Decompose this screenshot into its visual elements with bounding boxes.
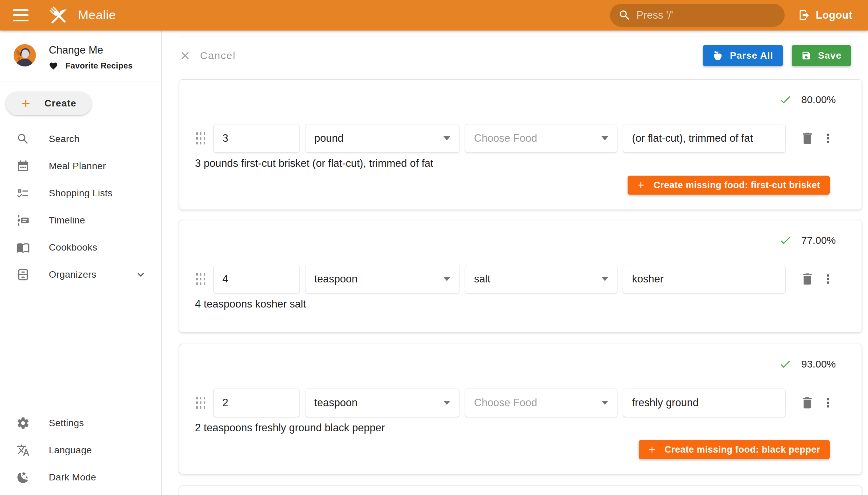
book-open-icon bbox=[16, 241, 30, 254]
drag-handle-icon[interactable] bbox=[195, 270, 206, 289]
ingredient-fields: 3 pound Choose Food (or flat-cut), trimm… bbox=[195, 124, 846, 153]
kebab-icon bbox=[821, 396, 835, 410]
ingredient-card-partial bbox=[179, 485, 862, 495]
food-select[interactable]: salt bbox=[465, 265, 617, 293]
ingredient-menu-button[interactable] bbox=[821, 396, 835, 410]
create-missing-food-button[interactable]: Create missing food: first-cut brisket bbox=[628, 176, 830, 194]
original-ingredient-text: 3 pounds first-cut brisket (or flat-cut)… bbox=[195, 157, 846, 170]
search-placeholder: Press '/' bbox=[636, 9, 673, 21]
ingredient-fields: 2 teaspoon Choose Food freshly ground bbox=[195, 389, 846, 417]
ingredient-card: 93.00% 2 teaspoon Choose Food fr bbox=[179, 344, 862, 474]
unit-select[interactable]: pound bbox=[305, 124, 459, 153]
quantity-input[interactable]: 2 bbox=[213, 389, 300, 417]
cancel-button[interactable]: Cancel bbox=[179, 50, 236, 62]
favorite-recipes-link[interactable]: Favorite Recipes bbox=[49, 61, 133, 70]
ingredient-card: 80.00% 3 pound Choose Food (or f bbox=[179, 79, 862, 210]
original-ingredient-text: 2 teaspoons freshly ground black pepper bbox=[195, 422, 846, 434]
kebab-icon bbox=[821, 272, 835, 286]
unit-select[interactable]: teaspoon bbox=[305, 389, 459, 417]
quantity-input[interactable]: 3 bbox=[213, 124, 300, 153]
delete-ingredient-button[interactable] bbox=[800, 395, 815, 410]
cabinet-icon bbox=[16, 268, 30, 281]
magnify-icon bbox=[16, 132, 30, 146]
parse-all-button[interactable]: Parse All bbox=[703, 45, 783, 66]
sidebar-item-shopping-lists[interactable]: Shopping Lists bbox=[0, 180, 161, 207]
logout-label: Logout bbox=[816, 9, 852, 21]
drag-handle-icon[interactable] bbox=[195, 393, 206, 412]
sidebar-item-settings[interactable]: Settings bbox=[0, 410, 161, 437]
confidence-row: 77.00% bbox=[195, 232, 836, 249]
moon-icon bbox=[16, 471, 30, 484]
note-input[interactable]: kosher bbox=[623, 265, 786, 293]
delete-ingredient-button[interactable] bbox=[800, 131, 815, 146]
plus-icon bbox=[636, 180, 646, 190]
sidebar-nav: Search Meal Planner Shopping Lists bbox=[0, 125, 161, 288]
sidebar-item-timeline[interactable]: Timeline bbox=[0, 207, 161, 234]
plus-icon bbox=[19, 97, 32, 110]
check-icon bbox=[779, 358, 792, 371]
confidence-value: 77.00% bbox=[801, 235, 836, 246]
dropdown-caret-icon bbox=[443, 401, 450, 405]
save-button[interactable]: Save bbox=[792, 45, 851, 66]
user-profile: Change Me Favorite Recipes bbox=[0, 31, 161, 81]
content-top-divider bbox=[179, 37, 862, 37]
mealie-logo-icon bbox=[48, 4, 69, 26]
sidebar-item-meal-planner[interactable]: Meal Planner bbox=[0, 153, 161, 180]
note-input[interactable]: (or flat-cut), trimmed of fat bbox=[623, 124, 786, 153]
logout-button[interactable]: Logout bbox=[796, 9, 854, 22]
sidebar-footer: Settings Language Dark Mode bbox=[0, 410, 161, 495]
delete-ingredient-button[interactable] bbox=[800, 272, 815, 287]
dropdown-caret-icon bbox=[601, 136, 608, 140]
trash-icon bbox=[800, 395, 815, 410]
timeline-icon bbox=[16, 214, 30, 227]
parser-toolbar: Cancel Parse All Save bbox=[179, 45, 862, 66]
sidebar-item-dark-mode[interactable]: Dark Mode bbox=[0, 464, 161, 491]
note-input[interactable]: freshly ground bbox=[623, 389, 786, 417]
sidebar-item-search[interactable]: Search bbox=[0, 125, 161, 153]
sidebar-item-organizers[interactable]: Organizers bbox=[0, 261, 161, 288]
calendar-icon bbox=[16, 159, 30, 173]
ingredient-card: 77.00% 4 teaspoon salt kosher bbox=[179, 220, 862, 332]
favorite-recipes-label: Favorite Recipes bbox=[65, 61, 133, 70]
chevron-down-icon bbox=[134, 268, 147, 281]
dropdown-caret-icon bbox=[601, 401, 608, 405]
main-content: Cancel Parse All Save 80 bbox=[163, 31, 868, 495]
create-button[interactable]: Create bbox=[6, 91, 91, 115]
check-icon bbox=[779, 234, 792, 247]
sidebar: Change Me Favorite Recipes Create S bbox=[0, 31, 162, 495]
apple-icon bbox=[712, 50, 723, 61]
dropdown-caret-icon bbox=[443, 136, 450, 140]
logout-icon bbox=[798, 9, 810, 21]
original-ingredient-text: 4 teaspoons kosher salt bbox=[195, 298, 846, 310]
food-select[interactable]: Choose Food bbox=[465, 124, 617, 153]
trash-icon bbox=[800, 272, 815, 287]
user-name: Change Me bbox=[49, 44, 133, 56]
food-select[interactable]: Choose Food bbox=[465, 389, 617, 417]
menu-icon[interactable] bbox=[13, 9, 29, 21]
sidebar-item-cookbooks[interactable]: Cookbooks bbox=[0, 234, 161, 261]
ingredient-menu-button[interactable] bbox=[821, 131, 835, 146]
close-icon bbox=[179, 50, 191, 62]
quantity-input[interactable]: 4 bbox=[213, 265, 300, 293]
sidebar-item-language[interactable]: Language bbox=[0, 437, 161, 464]
trash-icon bbox=[800, 131, 815, 146]
gear-icon bbox=[16, 416, 30, 430]
app-title: Mealie bbox=[78, 8, 116, 22]
ingredient-menu-button[interactable] bbox=[821, 272, 835, 286]
translate-icon bbox=[16, 443, 30, 457]
app-header: Mealie Press '/' Logout bbox=[0, 0, 868, 31]
confidence-value: 93.00% bbox=[801, 358, 836, 370]
heart-icon bbox=[49, 62, 58, 70]
search-icon bbox=[618, 9, 631, 22]
list-checks-icon bbox=[16, 186, 30, 200]
drag-handle-icon[interactable] bbox=[195, 129, 206, 148]
search-input[interactable]: Press '/' bbox=[610, 4, 785, 27]
confidence-row: 80.00% bbox=[195, 91, 836, 108]
dropdown-caret-icon bbox=[443, 277, 450, 281]
plus-icon bbox=[647, 444, 657, 455]
unit-select[interactable]: teaspoon bbox=[305, 265, 459, 293]
create-missing-food-button[interactable]: Create missing food: black pepper bbox=[639, 440, 830, 459]
ingredient-fields: 4 teaspoon salt kosher bbox=[195, 265, 846, 293]
confidence-value: 80.00% bbox=[801, 94, 836, 105]
avatar[interactable] bbox=[14, 44, 36, 66]
